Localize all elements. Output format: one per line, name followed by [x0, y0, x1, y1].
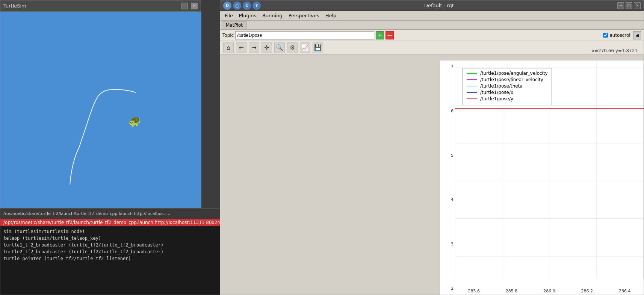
x-label-1: 285.6 — [468, 289, 480, 293]
rqt-help-button[interactable]: ? — [252, 2, 261, 10]
y-label-5: 5 — [440, 153, 454, 158]
legend-label-theta: /turtle1/pose/theta — [480, 83, 523, 89]
rqt-maximize-btn[interactable]: □ — [626, 2, 632, 9]
legend-line-angular — [467, 73, 477, 74]
y-label-6: 6 — [440, 109, 454, 113]
toolbar-forward-btn[interactable]: → — [249, 42, 259, 53]
legend-label-x: /turtle1/pose/x — [480, 90, 513, 95]
autoscroll-label: autoscroll — [609, 33, 632, 38]
rqt-title: Default - rqt — [261, 3, 617, 8]
turtlesim-title: TurtleSim — [3, 3, 26, 9]
x-label-4: 286.2 — [581, 289, 593, 293]
legend-item-theta: /turtle1/pose/theta — [467, 83, 548, 89]
legend-line-x — [467, 92, 477, 93]
topic-bar: Topic + — autoscroll ⊞ — [220, 30, 644, 41]
x-label-2: 285.8 — [506, 289, 518, 293]
legend-box: /turtle1/pose/angular_velocity /turtle1/… — [463, 68, 552, 105]
rqt-menubar: File Plugins Running Perspectives Help — [220, 11, 644, 21]
legend-label-angular: /turtle1/pose/angular_velocity — [480, 71, 548, 76]
legend-line-theta — [467, 86, 477, 86]
legend-label-linear: /turtle1/pose/linear_velocity — [480, 77, 543, 82]
legend-item-angular: /turtle1/pose/angular_velocity — [467, 71, 548, 76]
matplot-tab-bar: MatPlot — [220, 21, 644, 30]
turtle-path-svg — [0, 12, 201, 209]
y-label-2: 2 — [440, 286, 454, 291]
rqt-circle-button[interactable]: ○ — [233, 2, 241, 10]
topic-remove-button[interactable]: — — [385, 31, 394, 39]
rqt-corner-buttons: D ○ C ? — [223, 2, 261, 10]
toolbar-autoscale-btn[interactable]: 📈 — [300, 42, 310, 53]
y-label-7: 7 — [440, 64, 454, 69]
legend-line-y — [467, 98, 477, 99]
x-axis-labels: 285.6 285.8 286.0 286.2 286.4 — [455, 287, 644, 295]
toolbar-home-btn[interactable]: ⌂ — [223, 42, 234, 53]
rqt-window: D ○ C ? Default - rqt − □ ✕ File Plugins… — [220, 0, 644, 295]
tab-matplot[interactable]: MatPlot — [222, 21, 247, 29]
turtlesim-minimize-btn[interactable]: − — [181, 3, 188, 9]
topic-label: Topic — [222, 33, 234, 38]
plot-inner: 7 6 5 4 3 2 — [440, 61, 644, 295]
turtlesim-titlebar: TurtleSim − ✕ — [0, 0, 201, 12]
legend-item-x: /turtle1/pose/x — [467, 90, 548, 95]
plot-area: 7 6 5 4 3 2 — [440, 61, 644, 295]
autoscroll-checkbox[interactable] — [603, 33, 608, 38]
menu-file[interactable]: File — [222, 12, 236, 19]
legend-item-y: /turtle1/pose/y — [467, 96, 548, 101]
toolbar-back-btn[interactable]: ← — [236, 42, 246, 53]
y-label-3: 3 — [440, 242, 454, 247]
turtlesim-close-btn[interactable]: ✕ — [191, 3, 198, 9]
menu-plugins[interactable]: Plugins — [236, 12, 260, 19]
rqt-close-btn[interactable]: ✕ — [634, 2, 641, 9]
terminal-title: /ros/noetic/share/turtle_tf2/launch/turt… — [3, 211, 171, 216]
rqt-titlebar: D ○ C ? Default - rqt − □ ✕ — [220, 0, 644, 11]
rqt-c-button[interactable]: C — [243, 2, 251, 10]
menu-running[interactable]: Running — [259, 12, 285, 19]
coord-display: x=270.66 y=1.8721 — [590, 47, 640, 54]
plot-toolbar: ⌂ ← → ✛ 🔍 ⚙ 📈 💾 — [220, 41, 644, 54]
rqt-d-button[interactable]: D — [223, 2, 231, 10]
y-label-4: 4 — [440, 197, 454, 202]
rqt-window-controls: − □ ✕ — [617, 2, 641, 9]
menu-help[interactable]: Help — [322, 12, 340, 19]
menu-perspectives[interactable]: Perspectives — [286, 12, 322, 19]
grid-toggle-button[interactable]: ⊞ — [633, 31, 641, 39]
toolbar-save-btn[interactable]: 💾 — [313, 42, 323, 53]
toolbar-pan-btn[interactable]: ✛ — [262, 42, 272, 53]
x-label-5: 286.4 — [619, 289, 631, 293]
topic-input[interactable] — [235, 31, 374, 39]
turtlesim-window: TurtleSim − ✕ 🐢 — [0, 0, 201, 209]
toolbar-config-btn[interactable]: ⚙ — [287, 42, 298, 53]
topic-add-button[interactable]: + — [376, 31, 384, 39]
turtlesim-canvas: 🐢 — [0, 12, 201, 209]
y-axis-labels: 7 6 5 4 3 2 — [440, 61, 455, 295]
rqt-minimize-btn[interactable]: − — [617, 2, 624, 9]
legend-label-y: /turtle1/pose/y — [480, 96, 513, 101]
legend-item-linear: /turtle1/pose/linear_velocity — [467, 77, 548, 82]
x-label-3: 286.0 — [543, 289, 555, 293]
toolbar-zoom-btn[interactable]: 🔍 — [274, 42, 285, 53]
turtlesim-controls: − ✕ — [181, 3, 198, 9]
autoscroll-section: autoscroll ⊞ — [603, 31, 641, 39]
legend-line-linear — [467, 79, 477, 80]
